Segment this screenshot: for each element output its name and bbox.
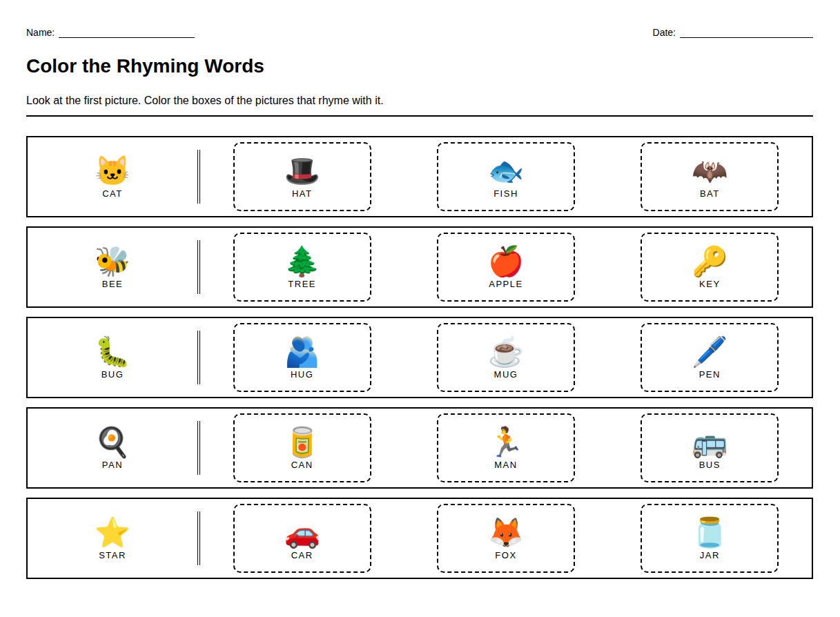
rhyme-row-bee: 🐝 BEE 🌲 TREE 🍎 APPLE 🔑 KEY [26,226,813,308]
rhyme-row-bug: 🐛 BUG 🫂 HUG ☕ MUG 🖊️ PEN [26,317,813,398]
meta-row: Name: Date: [26,28,813,38]
lead-word-label: STAR [99,551,126,560]
star-emoji: ⭐ [95,517,130,549]
option-word-label: FOX [495,551,516,560]
tree-emoji: 🌲 [284,246,320,277]
lead-picture-star: ⭐ STAR [28,499,197,578]
page-title: Color the Rhyming Words [26,56,813,77]
option-box-fox[interactable]: 🦊 FOX [437,504,575,573]
cat-emoji: 🐱 [95,155,130,187]
name-blank-line [59,29,195,38]
option-box-hat[interactable]: 🎩 HAT [233,142,371,211]
date-blank-line [680,29,813,38]
rhyme-row-pan: 🍳 PAN 🥫 CAN 🏃 MAN 🚌 BUS [26,407,813,489]
options-group: 🚗 CAR 🦊 FOX 🫙 JAR [200,499,812,578]
lead-picture-pan: 🍳 PAN [28,409,197,487]
option-word-label: HUG [291,370,313,380]
bug-emoji: 🐛 [95,336,130,368]
rhyme-row-star: ⭐ STAR 🚗 CAR 🦊 FOX 🫙 JAR [26,498,813,579]
option-word-label: MAN [494,460,517,470]
option-box-apple[interactable]: 🍎 APPLE [437,233,575,302]
option-box-hug[interactable]: 🫂 HUG [233,323,371,392]
option-word-label: CAN [291,460,313,470]
option-box-jar[interactable]: 🫙 JAR [641,504,779,573]
fox-emoji: 🦊 [488,517,524,549]
option-word-label: FISH [494,189,518,199]
header-divider-rule [26,115,813,117]
key-emoji: 🔑 [692,246,727,277]
bat-emoji: 🦇 [692,155,727,187]
option-box-car[interactable]: 🚗 CAR [233,504,371,573]
jar-emoji: 🫙 [692,517,727,549]
pan-emoji: 🍳 [95,427,130,458]
option-box-can[interactable]: 🥫 CAN [233,413,371,482]
lead-word-label: BUG [101,370,124,380]
man-emoji: 🏃 [488,427,524,458]
rows-container: 🐱 CAT 🎩 HAT 🐟 FISH 🦇 BAT [26,136,813,579]
option-word-label: PEN [699,370,721,380]
pen-emoji: 🖊️ [692,336,727,368]
option-box-fish[interactable]: 🐟 FISH [437,142,575,211]
hug-emoji: 🫂 [284,336,320,368]
options-group: 🎩 HAT 🐟 FISH 🦇 BAT [200,137,812,216]
option-box-bat[interactable]: 🦇 BAT [641,142,779,211]
bee-emoji: 🐝 [95,246,130,277]
hat-emoji: 🎩 [284,155,320,187]
option-word-label: BAT [700,189,720,199]
option-word-label: JAR [700,551,720,560]
car-emoji: 🚗 [284,517,320,549]
bus-emoji: 🚌 [692,427,727,458]
option-word-label: TREE [288,280,316,289]
lead-word-label: BEE [102,280,124,289]
options-group: 🫂 HUG ☕ MUG 🖊️ PEN [200,318,812,397]
apple-emoji: 🍎 [488,246,524,277]
name-label: Name: [26,28,55,38]
option-box-key[interactable]: 🔑 KEY [641,233,779,302]
lead-picture-bug: 🐛 BUG [28,318,197,397]
mug-emoji: ☕ [488,336,524,368]
option-box-bus[interactable]: 🚌 BUS [641,413,779,482]
options-group: 🥫 CAN 🏃 MAN 🚌 BUS [200,409,812,487]
worksheet-page: Name: Date: Color the Rhyming Words Look… [0,0,840,617]
name-field: Name: [26,28,195,38]
option-box-man[interactable]: 🏃 MAN [437,413,575,482]
date-label: Date: [653,28,676,38]
date-field: Date: [653,28,813,38]
lead-word-label: CAT [102,189,123,199]
option-word-label: BUS [699,460,721,470]
instructions-text: Look at the first picture. Color the box… [26,95,813,107]
options-group: 🌲 TREE 🍎 APPLE 🔑 KEY [200,228,812,306]
option-word-label: APPLE [489,280,522,289]
option-word-label: CAR [291,551,313,560]
option-word-label: HAT [292,189,313,199]
rhyme-row-cat: 🐱 CAT 🎩 HAT 🐟 FISH 🦇 BAT [26,136,813,217]
option-word-label: MUG [494,370,518,380]
option-word-label: KEY [699,280,721,289]
fish-emoji: 🐟 [488,155,524,187]
lead-picture-cat: 🐱 CAT [28,137,197,216]
option-box-mug[interactable]: ☕ MUG [437,323,575,392]
lead-picture-bee: 🐝 BEE [28,228,197,306]
option-box-tree[interactable]: 🌲 TREE [233,233,371,302]
option-box-pen[interactable]: 🖊️ PEN [641,323,779,392]
lead-word-label: PAN [102,460,123,470]
can-emoji: 🥫 [284,427,320,458]
